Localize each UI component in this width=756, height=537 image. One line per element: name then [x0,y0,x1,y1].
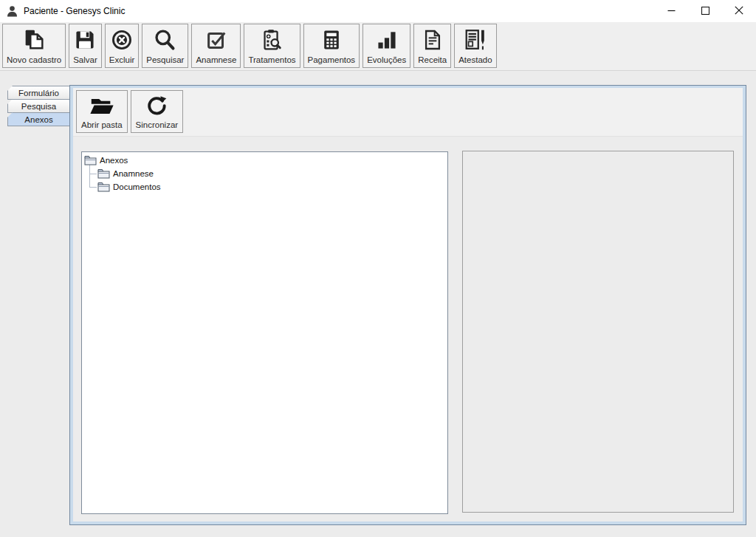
toolbar-button-label: Excluir [109,55,135,65]
search-button[interactable]: Pesquisar [142,24,188,68]
tree-node-anamnese[interactable]: Anamnese [82,167,447,180]
subtoolbar-button-label: Sincronizar [136,120,179,130]
tab-anexos[interactable]: Anexos [7,112,70,126]
save-icon [73,27,97,52]
maximize-button[interactable] [688,0,722,22]
toolbar-button-label: Anamnese [196,55,236,65]
tab-formulario[interactable]: Formulário [7,86,70,100]
attachments-toolbar: Abrir pasta Sincronizar [73,88,743,137]
delete-icon [110,27,134,52]
prescription-button[interactable]: Receita [413,24,451,68]
open-folder-icon [89,94,115,118]
toolbar-button-label: Novo cadastro [7,55,61,65]
evolutions-button[interactable]: Evoluções [362,24,410,68]
sync-button[interactable]: Sincronizar [131,90,184,133]
minimize-button[interactable] [654,0,688,22]
folder-icon [84,155,97,165]
toolbar-button-label: Evoluções [367,55,406,65]
main-toolbar: Novo cadastro Salvar Excluir [0,22,756,71]
anamnesis-icon [204,27,229,52]
tab-pesquisa[interactable]: Pesquisa [7,99,70,113]
tree-node-anexos[interactable]: Anexos [82,154,447,167]
tree-node-label: Documentos [113,182,161,191]
tab-label: Formulário [18,89,59,98]
delete-button[interactable]: Excluir [105,24,140,68]
certificate-button[interactable]: Atestado [454,24,496,68]
tree-node-documentos[interactable]: Documentos [82,180,447,194]
payments-button[interactable]: Pagamentos [303,24,360,68]
tab-label: Anexos [24,115,52,124]
folder-icon [97,182,110,192]
minimize-icon [667,4,676,18]
anamnesis-button[interactable]: Anamnese [191,24,241,68]
person-icon [6,5,18,18]
anexos-tab-content: Abrir pasta Sincronizar [70,86,746,524]
attachments-tree: Anexos Anamnese [82,152,447,194]
toolbar-button-label: Pagamentos [308,55,356,65]
new-record-icon [21,27,47,52]
subtoolbar-button-label: Abrir pasta [81,120,123,130]
prescription-icon [421,27,444,52]
side-tab-bar: Formulário Pesquisa Anexos [7,86,70,126]
evolutions-icon [375,27,399,52]
toolbar-button-label: Tratamentos [248,55,295,65]
certificate-icon [463,27,488,52]
maximize-icon [701,4,709,18]
window-title: Paciente - Genesys Clinic [24,6,125,16]
treatments-icon [259,27,284,52]
new-record-button[interactable]: Novo cadastro [2,24,66,68]
sync-icon [145,94,168,118]
attachments-tree-panel: Anexos Anamnese [81,151,448,514]
tree-node-label: Anexos [100,156,128,165]
toolbar-button-label: Receita [418,55,447,65]
toolbar-button-label: Atestado [458,55,492,65]
close-icon [735,4,743,18]
toolbar-button-label: Pesquisar [146,55,184,65]
open-folder-button[interactable]: Abrir pasta [76,90,128,133]
close-button[interactable] [722,0,756,22]
attachment-preview-panel [462,151,734,513]
folder-icon [97,168,110,179]
treatments-button[interactable]: Tratamentos [244,24,300,68]
titlebar: Paciente - Genesys Clinic [0,0,756,22]
search-icon [153,27,177,52]
toolbar-button-label: Salvar [73,55,97,65]
payments-icon [320,27,343,52]
tab-label: Pesquisa [21,102,56,111]
tree-node-label: Anamnese [113,169,154,178]
save-button[interactable]: Salvar [69,24,102,68]
